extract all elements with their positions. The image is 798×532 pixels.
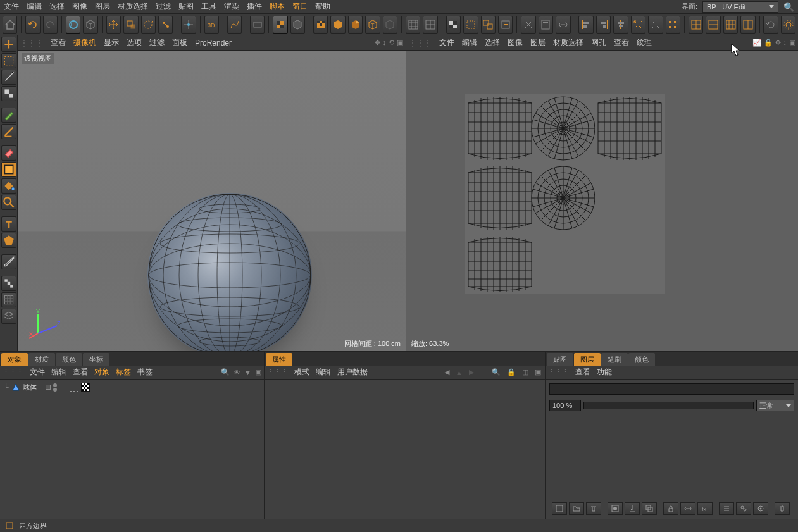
select-add-icon[interactable] bbox=[481, 16, 496, 34]
duplicate-icon[interactable] bbox=[642, 502, 657, 515]
uv-texture-area[interactable] bbox=[465, 94, 665, 294]
attr-menu-mode[interactable]: 模式 bbox=[294, 367, 309, 378]
obj-menu-edit[interactable]: 编辑 bbox=[51, 367, 66, 378]
obj-filter-icon[interactable]: ▼ bbox=[244, 369, 251, 376]
translate-icon[interactable] bbox=[106, 16, 121, 34]
menu-texture[interactable]: 贴图 bbox=[178, 1, 194, 12]
distribute-icon[interactable] bbox=[666, 16, 680, 34]
obj-menu-object[interactable]: 对象 bbox=[94, 367, 109, 378]
grip-icon[interactable]: ⋮⋮⋮ bbox=[20, 39, 43, 47]
rotate-icon[interactable] bbox=[141, 16, 156, 34]
tab-texture[interactable]: 贴图 bbox=[547, 353, 573, 366]
shrink-icon[interactable] bbox=[648, 16, 663, 34]
mask-icon[interactable] bbox=[608, 502, 623, 515]
vp-menu-prorender[interactable]: ProRender bbox=[195, 39, 232, 47]
redo-icon[interactable] bbox=[43, 16, 58, 34]
flatten-icon[interactable] bbox=[719, 502, 734, 515]
vp-menu-view[interactable]: 查看 bbox=[51, 37, 66, 48]
menu-edit[interactable]: 编辑 bbox=[27, 1, 42, 12]
uv-menu-texture[interactable]: 纹理 bbox=[637, 37, 652, 48]
select-rect-icon[interactable] bbox=[463, 16, 478, 34]
uv-menu-mesh[interactable]: 网孔 bbox=[591, 37, 606, 48]
new-layer-icon[interactable] bbox=[552, 502, 567, 515]
new-folder-icon[interactable] bbox=[569, 502, 584, 515]
wand-tool[interactable] bbox=[1, 70, 16, 85]
vis-dot-top[interactable] bbox=[53, 383, 57, 387]
fx-icon[interactable]: fx bbox=[697, 502, 713, 515]
vp-nav-max-icon[interactable]: ▣ bbox=[397, 39, 403, 47]
plane-icon[interactable] bbox=[250, 16, 265, 34]
uvw-tag[interactable] bbox=[81, 383, 90, 392]
attr-max-icon[interactable]: ▣ bbox=[533, 368, 542, 376]
uv-menu-edit[interactable]: 编辑 bbox=[462, 37, 477, 48]
obj-search-icon[interactable]: 🔍 bbox=[221, 368, 230, 376]
refresh-icon[interactable] bbox=[763, 16, 778, 34]
object-row-sphere[interactable]: └ 球体 bbox=[1, 381, 263, 393]
attr-new-icon[interactable]: ◫ bbox=[521, 368, 530, 376]
vis-dot-bottom[interactable] bbox=[53, 388, 57, 392]
uv-canvas[interactable]: 缩放: 63.3% bbox=[406, 51, 798, 351]
cube-wire-icon[interactable] bbox=[365, 16, 380, 34]
grip-icon[interactable]: ⋮⋮⋮ bbox=[548, 368, 569, 376]
align-right-icon[interactable] bbox=[596, 16, 611, 34]
rect-select-tool[interactable] bbox=[1, 53, 16, 68]
obj-maximize-icon[interactable]: ▣ bbox=[255, 368, 261, 376]
cube-icon[interactable] bbox=[290, 16, 305, 34]
move-tool[interactable] bbox=[66, 16, 80, 34]
menu-material[interactable]: 材质选择 bbox=[118, 1, 148, 12]
uv-menu-file[interactable]: 文件 bbox=[439, 37, 454, 48]
checker-mini-icon[interactable] bbox=[1, 276, 16, 291]
split-v-icon[interactable] bbox=[740, 16, 755, 34]
layer-name-input[interactable] bbox=[549, 383, 794, 395]
checker-cube-icon[interactable] bbox=[273, 16, 287, 34]
layer-opacity-slider[interactable] bbox=[583, 402, 754, 409]
menu-filter[interactable]: 过滤 bbox=[156, 1, 171, 12]
layer-menu-view[interactable]: 查看 bbox=[575, 367, 590, 378]
layer-opacity-input[interactable]: 100 % bbox=[549, 400, 581, 411]
line-tool[interactable] bbox=[1, 124, 16, 139]
split-grid-icon[interactable] bbox=[723, 16, 738, 34]
uv-menu-image[interactable]: 图像 bbox=[508, 37, 523, 48]
align-v-icon[interactable] bbox=[613, 16, 628, 34]
layers-stack-icon[interactable] bbox=[1, 309, 16, 324]
scale-icon[interactable] bbox=[123, 16, 138, 34]
menu-file[interactable]: 文件 bbox=[4, 1, 19, 12]
cube-dark-icon[interactable] bbox=[383, 16, 397, 34]
eyedropper-tool[interactable] bbox=[1, 254, 16, 269]
cube-solid-icon[interactable] bbox=[330, 16, 345, 34]
grip-icon[interactable]: ⋮⋮⋮ bbox=[409, 39, 432, 47]
grid1-icon[interactable] bbox=[406, 16, 420, 34]
brush-checker-icon[interactable] bbox=[313, 16, 328, 34]
eraser-tool[interactable] bbox=[1, 145, 16, 161]
cross-tool[interactable] bbox=[1, 37, 16, 52]
perspective-canvas[interactable]: 透视视图 bbox=[18, 51, 406, 351]
options-icon[interactable] bbox=[753, 502, 768, 515]
obj-menu-view[interactable]: 查看 bbox=[73, 367, 88, 378]
uv-menu-layer[interactable]: 图层 bbox=[530, 37, 546, 48]
vp-nav-rotate-icon[interactable]: ⟲ bbox=[389, 39, 394, 47]
uv-nav-graph-icon[interactable]: 📈 bbox=[752, 39, 761, 47]
uv-nav-max-icon[interactable]: ▣ bbox=[789, 39, 795, 47]
vp-menu-options[interactable]: 选项 bbox=[127, 37, 142, 48]
settings-gear-icon[interactable] bbox=[781, 16, 795, 34]
vp-menu-display[interactable]: 显示 bbox=[104, 37, 119, 48]
zoom-tool[interactable] bbox=[1, 195, 16, 210]
menu-tools[interactable]: 工具 bbox=[201, 1, 216, 12]
obj-menu-bookmark[interactable]: 书签 bbox=[137, 367, 153, 378]
link-layer-icon[interactable] bbox=[680, 502, 695, 515]
tab-brush[interactable]: 笔刷 bbox=[601, 353, 628, 366]
obj-menu-tag[interactable]: 标签 bbox=[116, 367, 131, 378]
layer-menu-function[interactable]: 功能 bbox=[597, 367, 612, 378]
layout-dropdown[interactable]: BP - UV Edit bbox=[702, 1, 778, 13]
attr-nav-fwd-icon[interactable]: ▶ bbox=[468, 368, 475, 376]
unwrap-icon[interactable] bbox=[521, 16, 535, 34]
grid2-icon[interactable] bbox=[423, 16, 437, 34]
attr-menu-userdata[interactable]: 用户数据 bbox=[337, 367, 368, 378]
tab-attributes[interactable]: 属性 bbox=[266, 353, 292, 366]
object-name[interactable]: 球体 bbox=[23, 383, 37, 392]
link-icon[interactable] bbox=[556, 16, 570, 34]
search-icon[interactable]: 🔍 bbox=[783, 2, 794, 12]
axis-gizmo[interactable]: Y Z X bbox=[29, 308, 61, 340]
menu-help[interactable]: 帮助 bbox=[315, 1, 330, 12]
fill-tool[interactable] bbox=[1, 178, 16, 194]
